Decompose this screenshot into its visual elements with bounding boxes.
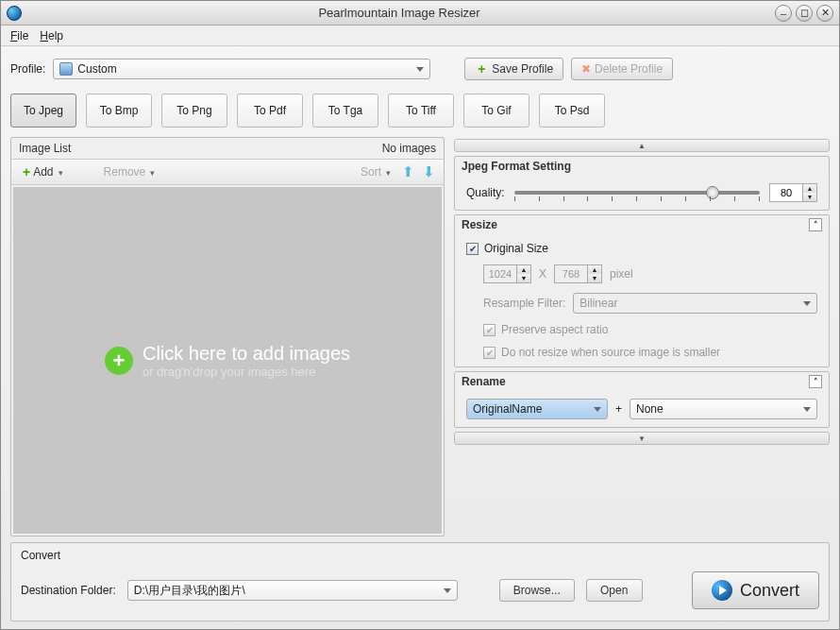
scroll-up-handle[interactable] bbox=[454, 139, 830, 152]
app-icon bbox=[7, 6, 22, 21]
delete-profile-button[interactable]: Delete Profile bbox=[571, 58, 673, 80]
no-resize-smaller-checkbox: ✔Do not resize when source image is smal… bbox=[483, 346, 817, 359]
maximize-button[interactable]: ◻ bbox=[796, 5, 813, 22]
chevron-down-icon bbox=[57, 165, 63, 179]
profile-icon bbox=[59, 62, 73, 76]
chevron-down-icon bbox=[148, 165, 155, 179]
quality-input[interactable] bbox=[770, 187, 802, 198]
height-spinner: ▲▼ bbox=[554, 264, 602, 283]
width-spinner: ▲▼ bbox=[483, 264, 531, 283]
move-up-button[interactable]: ⬆ bbox=[400, 163, 415, 180]
spin-up-icon[interactable]: ▲ bbox=[803, 184, 816, 193]
chevron-down-icon bbox=[384, 165, 391, 179]
convert-button[interactable]: Convert bbox=[692, 571, 819, 609]
rename-first-select[interactable]: OriginalName bbox=[466, 399, 608, 419]
rename-section: Rename ˄ OriginalName + None bbox=[454, 371, 830, 428]
original-size-checkbox[interactable]: ✔ Original Size bbox=[466, 242, 817, 255]
checkbox-icon: ✔ bbox=[466, 243, 479, 255]
plus-icon bbox=[23, 164, 30, 179]
resize-section: Resize ˄ ✔ Original Size ▲▼ bbox=[454, 214, 830, 367]
preserve-ratio-checkbox: ✔Preserve aspect ratio bbox=[483, 323, 817, 336]
destination-label: Destination Folder: bbox=[21, 584, 116, 597]
collapse-button[interactable]: ˄ bbox=[809, 375, 822, 388]
convert-panel: Convert Destination Folder: D:\用户目录\我的图片… bbox=[10, 542, 830, 621]
image-list-title: Image List bbox=[19, 142, 71, 155]
format-tab-to-tiff[interactable]: To Tiff bbox=[388, 94, 454, 128]
sort-button[interactable]: Sort bbox=[357, 163, 395, 180]
menu-help[interactable]: Help bbox=[40, 29, 63, 43]
save-profile-button[interactable]: Save Profile bbox=[464, 58, 563, 80]
menu-file[interactable]: File bbox=[10, 29, 28, 43]
open-button[interactable]: Open bbox=[586, 579, 643, 602]
image-list-status: No images bbox=[382, 142, 436, 155]
minimize-button[interactable]: – bbox=[775, 5, 792, 22]
format-tab-to-gif[interactable]: To Gif bbox=[463, 94, 529, 128]
format-tab-to-tga[interactable]: To Tga bbox=[312, 94, 378, 128]
destination-select[interactable]: D:\用户目录\我的图片\ bbox=[127, 580, 458, 601]
rename-second-select[interactable]: None bbox=[630, 399, 817, 419]
format-tab-to-bmp[interactable]: To Bmp bbox=[86, 94, 152, 128]
profile-value: Custom bbox=[77, 62, 116, 76]
quality-slider[interactable] bbox=[514, 185, 760, 200]
format-tab-to-pdf[interactable]: To Pdf bbox=[237, 94, 303, 128]
quality-spinner[interactable]: ▲▼ bbox=[769, 183, 817, 202]
window-title: Pearlmountain Image Resizer bbox=[27, 6, 771, 20]
close-button[interactable]: ✕ bbox=[816, 5, 833, 22]
filter-select: Bilinear bbox=[573, 293, 817, 314]
format-tab-to-png[interactable]: To Png bbox=[161, 94, 227, 128]
drop-text-2: or drag'n'drop your images here bbox=[143, 365, 350, 379]
quality-label: Quality: bbox=[466, 186, 505, 199]
format-tabs: To JpegTo BmpTo PngTo PdfTo TgaTo TiffTo… bbox=[10, 90, 830, 131]
drop-text-1: Click here to add images bbox=[143, 343, 350, 365]
jpeg-section: Jpeg Format Setting Quality: ▲▼ bbox=[454, 156, 830, 211]
delete-icon bbox=[581, 62, 591, 76]
image-list-panel: Image List No images Add Remove bbox=[10, 137, 445, 536]
move-down-button[interactable]: ⬇ bbox=[421, 163, 436, 180]
plus-icon bbox=[475, 62, 488, 76]
filter-label: Resample Filter: bbox=[483, 297, 565, 310]
resize-title: Resize bbox=[462, 218, 497, 231]
remove-image-button[interactable]: Remove bbox=[97, 163, 160, 180]
scroll-down-handle[interactable] bbox=[454, 432, 830, 445]
profile-select[interactable]: Custom bbox=[53, 59, 430, 79]
add-image-button[interactable]: Add bbox=[19, 162, 67, 181]
convert-title: Convert bbox=[21, 549, 819, 562]
add-big-icon: + bbox=[105, 347, 133, 375]
rename-title: Rename bbox=[462, 375, 506, 388]
jpeg-title: Jpeg Format Setting bbox=[462, 160, 571, 173]
format-tab-to-jpeg[interactable]: To Jpeg bbox=[10, 94, 76, 128]
titlebar: Pearlmountain Image Resizer – ◻ ✕ bbox=[1, 1, 839, 26]
play-icon bbox=[712, 580, 732, 601]
spin-down-icon[interactable]: ▼ bbox=[803, 193, 816, 201]
profile-label: Profile: bbox=[10, 62, 45, 76]
collapse-button[interactable]: ˄ bbox=[809, 218, 822, 231]
browse-button[interactable]: Browse... bbox=[499, 579, 575, 602]
image-drop-area[interactable]: + Click here to add images or drag'n'dro… bbox=[13, 187, 442, 534]
menubar: File Help bbox=[1, 26, 839, 46]
format-tab-to-psd[interactable]: To Psd bbox=[539, 94, 605, 128]
